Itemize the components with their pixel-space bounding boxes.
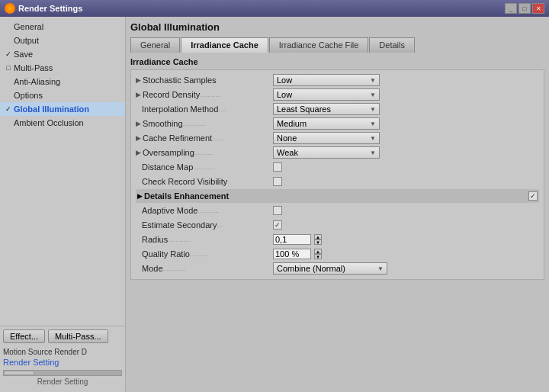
gi-check: ✓ — [3, 104, 14, 114]
quality-ratio-spinners[interactable]: ▲ ▼ — [314, 249, 322, 259]
quality-ratio-up[interactable]: ▲ — [314, 249, 322, 254]
maximize-button[interactable]: □ — [518, 3, 531, 14]
stochastic-samples-row: ▶ Stochastic Samples Low ▼ — [136, 73, 539, 87]
radius-up[interactable]: ▲ — [314, 234, 322, 239]
dropdown-arrow: ▼ — [370, 120, 376, 127]
estimate-secondary-row: Estimate Secondary ... — [136, 218, 539, 232]
interpolation-method-control: Least Squares ▼ — [273, 103, 539, 115]
radius-row: Radius ............ 0,1 ▲ ▼ — [136, 233, 539, 246]
dropdown-arrow: ▼ — [370, 92, 376, 98]
record-density-label: ▶ Record Density ........... — [136, 90, 273, 99]
smoothing-dropdown[interactable]: Medium ▼ — [273, 117, 380, 130]
estimate-secondary-control — [273, 220, 539, 230]
close-button[interactable]: ✕ — [532, 3, 544, 14]
sidebar-bottom: Effect... Multi-Pass... Motion Source Re… — [0, 326, 125, 389]
window-controls[interactable]: _ □ ✕ — [505, 3, 544, 14]
smoothing-control: Medium ▼ — [273, 117, 539, 130]
oversampling-control: Weak ▼ — [273, 146, 539, 159]
radius-spinners[interactable]: ▲ ▼ — [314, 234, 322, 245]
antialiasing-check — [3, 76, 14, 87]
distance-map-control — [273, 162, 539, 172]
multipass-button[interactable]: Multi-Pass... — [48, 329, 108, 343]
general-check — [3, 21, 14, 32]
oversampling-dropdown[interactable]: Weak ▼ — [273, 146, 380, 159]
sidebar-label-save: Save — [14, 50, 33, 59]
subsection-title: Irradiance Cache — [130, 57, 544, 66]
details-enhancement-checkbox[interactable] — [528, 191, 538, 201]
output-check — [3, 35, 14, 46]
sidebar-item-antialiasing[interactable]: Anti-Aliasing — [0, 75, 125, 88]
radius-down[interactable]: ▼ — [314, 239, 322, 245]
sidebar-item-general[interactable]: General — [0, 20, 125, 34]
adaptive-mode-row: Adaptive Mode ........... — [136, 204, 539, 217]
smoothing-label: ▶ Smoothing ............ — [136, 119, 273, 128]
check-record-visibility-checkbox[interactable] — [273, 177, 282, 186]
stochastic-samples-label: ▶ Stochastic Samples — [136, 76, 273, 85]
cache-refinement-dropdown[interactable]: None ▼ — [273, 132, 380, 144]
effect-button[interactable]: Effect... — [3, 329, 45, 343]
mode-row: Mode ............ Combine (Normal) ▼ — [136, 262, 539, 275]
sidebar-label-general: General — [14, 22, 43, 31]
mode-dropdown[interactable]: Combine (Normal) ▼ — [273, 262, 387, 275]
dropdown-arrow: ▼ — [370, 135, 376, 142]
sidebar-action-buttons: Effect... Multi-Pass... — [3, 329, 122, 343]
sidebar-label-global-illumination: Global Illumination — [14, 104, 89, 114]
motion-source-render: Motion Source Render D — [3, 346, 122, 358]
mode-control: Combine (Normal) ▼ — [273, 262, 539, 275]
render-setting-link[interactable]: Render Setting — [3, 358, 122, 367]
oversampling-row: ▶ Oversampling .......... Weak ▼ — [136, 146, 539, 159]
section-title: Global Illumination — [130, 21, 544, 33]
mode-dropdown-arrow: ▼ — [377, 265, 384, 272]
check-record-visibility-control — [273, 177, 539, 186]
radius-input[interactable]: 0,1 — [273, 234, 311, 245]
quality-ratio-row: Quality Ratio .......... 100 % ▲ ▼ — [136, 247, 539, 261]
sidebar-item-save[interactable]: ✓ Save — [0, 47, 125, 61]
distance-map-label: Distance Map ........... — [136, 162, 273, 172]
quality-ratio-label: Quality Ratio .......... — [136, 249, 273, 259]
adaptive-mode-checkbox[interactable] — [273, 206, 282, 215]
app-icon — [5, 3, 15, 14]
tab-general[interactable]: General — [130, 37, 180, 53]
stochastic-samples-dropdown[interactable]: Low ▼ — [273, 74, 380, 86]
cache-refinement-arrow: ▶ — [136, 134, 141, 142]
tab-details[interactable]: Details — [369, 37, 415, 53]
quality-ratio-down[interactable]: ▼ — [314, 254, 322, 259]
ao-check — [3, 117, 14, 128]
distance-map-checkbox[interactable] — [273, 162, 282, 172]
record-density-control: Low ▼ — [273, 88, 539, 101]
dropdown-arrow: ▼ — [370, 77, 376, 84]
title-bar: Render Settings _ □ ✕ — [0, 0, 549, 17]
cache-refinement-row: ▶ Cache Refinement ...... None ▼ — [136, 131, 539, 145]
record-density-dropdown[interactable]: Low ▼ — [273, 88, 380, 101]
sidebar-label-output: Output — [14, 36, 39, 45]
quality-ratio-input[interactable]: 100 % — [273, 249, 311, 259]
tab-irradiance-cache[interactable]: Irradiance Cache — [181, 37, 268, 53]
sidebar-scrollbar[interactable] — [3, 370, 122, 376]
sidebar-item-ambient-occlusion[interactable]: Ambient Occlusion — [0, 116, 125, 130]
sidebar-item-options[interactable]: Options — [0, 88, 125, 102]
quality-ratio-control: 100 % ▲ ▼ — [273, 249, 539, 259]
cache-refinement-label: ▶ Cache Refinement ...... — [136, 133, 273, 143]
details-enhancement-header: ▶ Details Enhancement — [136, 189, 539, 203]
estimate-secondary-checkbox[interactable] — [273, 220, 282, 230]
sidebar-nav: General Output ✓ Save □ Multi-Pass Anti-… — [0, 20, 125, 326]
interpolation-method-dropdown[interactable]: Least Squares ▼ — [273, 103, 380, 115]
sidebar-label-antialiasing: Anti-Aliasing — [14, 77, 60, 86]
mode-label: Mode ............ — [136, 264, 273, 273]
tab-bar: General Irradiance Cache Irradiance Cach… — [130, 37, 544, 53]
interpolation-method-label: Interpolation Method .... — [136, 104, 273, 114]
multipass-check: □ — [3, 63, 14, 73]
content-area: Global Illumination General Irradiance C… — [126, 17, 549, 392]
minimize-button[interactable]: _ — [505, 3, 517, 14]
sidebar-item-multipass[interactable]: □ Multi-Pass — [0, 61, 125, 75]
tab-irradiance-cache-file[interactable]: Irradiance Cache File — [269, 37, 369, 53]
smoothing-arrow: ▶ — [136, 120, 141, 127]
sidebar-label-ambient-occlusion: Ambient Occlusion — [14, 118, 84, 127]
sidebar-scroll-thumb[interactable] — [4, 371, 34, 375]
sidebar-item-global-illumination[interactable]: ✓ Global Illumination — [0, 102, 125, 116]
oversampling-label: ▶ Oversampling .......... — [136, 148, 273, 157]
options-check — [3, 90, 14, 101]
distance-map-row: Distance Map ........... — [136, 160, 539, 174]
record-density-arrow: ▶ — [136, 91, 141, 98]
sidebar-item-output[interactable]: Output — [0, 34, 125, 47]
